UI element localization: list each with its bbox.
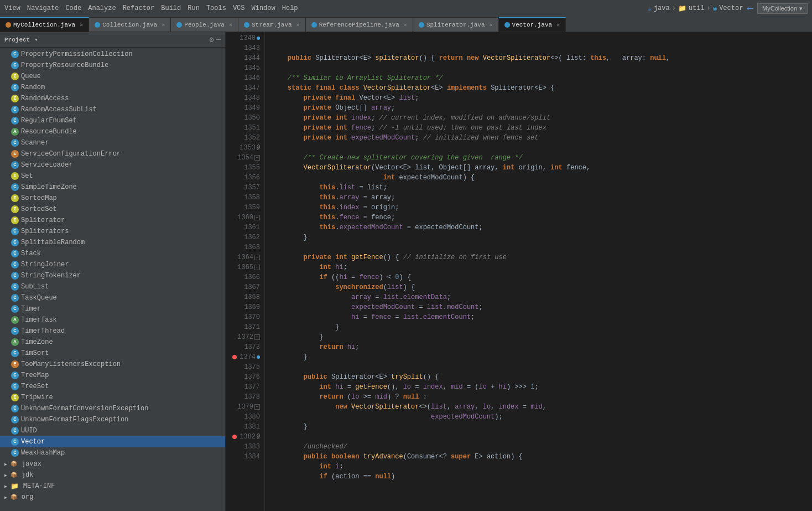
code-area[interactable]: public Spliterator<E> spliterator() { re… [265,32,812,511]
nav-code[interactable]: Code [65,4,81,12]
nav-view[interactable]: View [4,4,20,12]
sidebar-item-sortedmap[interactable]: ISortedMap [0,193,225,204]
sidebar-item-weakhashmap[interactable]: CWeakHashMap [0,447,225,458]
sidebar-settings-icon[interactable]: ⚙ [209,35,214,44]
nav-vcs[interactable]: VCS [233,4,245,12]
sidebar-item-icon: C [11,50,19,58]
tab-referencepipeline[interactable]: ReferencePipeline.java ✕ [306,17,413,32]
sidebar-item-treeset[interactable]: CTreeSet [0,381,225,392]
nav-refactor[interactable]: Refactor [123,4,155,12]
nav-analyze[interactable]: Analyze [88,4,116,12]
line-marker-empty [237,245,241,250]
project-select[interactable]: ▾ [34,36,38,43]
nav-help[interactable]: Help [282,4,298,12]
tab-collection-close[interactable]: ✕ [162,22,165,28]
tree-item-javax[interactable]: ▶📦javax [0,458,225,469]
sidebar-item-spliterator[interactable]: ISpliterator [0,215,225,226]
sidebar-item-simpletimezone[interactable]: CSimpleTimeZone [0,182,225,193]
sidebar-item-tripwire[interactable]: ITripwire [0,392,225,403]
sidebar-item-treemap[interactable]: CTreeMap [0,370,225,381]
sidebar-item-random[interactable]: CRandom [0,82,225,93]
sidebar-item-unknownformatflagsexception[interactable]: CUnknownFormatFlagsException [0,414,225,425]
fold-button[interactable]: − [254,334,260,340]
tab-mycollection[interactable]: MyCollection.java ✕ [0,17,89,32]
line-number: 1363 [242,242,260,252]
nav-window[interactable]: Window [252,4,275,12]
sidebar-item-regularenumset[interactable]: CRegularEnumSet [0,115,225,126]
line-marker-empty [237,235,241,240]
tab-vector[interactable]: Vector.java ✕ [499,17,566,32]
tab-mycollection-close[interactable]: ✕ [80,22,83,28]
sidebar-item-scanner[interactable]: CScanner [0,137,225,148]
sidebar-item-serviceloader[interactable]: CServiceLoader [0,159,225,171]
sidebar-item-taskqueue[interactable]: CTaskQueue [0,292,225,303]
fold-button[interactable]: − [254,265,260,270]
line-number: 1366 [242,272,260,282]
sidebar-item-uuid[interactable]: CUUID [0,425,225,436]
line-number: 1354 [236,153,253,163]
line-marker-empty [237,96,241,100]
top-bar-arrow-icon[interactable]: ⟵ [747,3,753,14]
sidebar-item-name: TooManyListenersException [21,360,121,368]
fold-button[interactable]: − [254,215,260,220]
nav-navigate[interactable]: Navigate [27,4,59,12]
nav-run[interactable]: Run [188,4,200,12]
tab-referencepipeline-close[interactable]: ✕ [404,22,407,28]
code-line: array = list.elementData; [272,292,812,302]
mycollection-button[interactable]: MyCollection ▾ [757,3,808,14]
sidebar-item-resourcebundle[interactable]: AResourceBundle [0,126,225,137]
tab-collection[interactable]: Collection.java ✕ [89,17,171,32]
sidebar-item-vector[interactable]: CVector [0,436,225,447]
sidebar-item-randomaccess[interactable]: IRandomAccess [0,93,225,104]
sidebar-item-stack[interactable]: CStack [0,248,225,259]
sidebar-item-timezone[interactable]: ATimeZone [0,337,225,348]
sidebar-item-sublist[interactable]: CSubList [0,281,225,292]
sidebar-item-stringjoiner[interactable]: CStringJoiner [0,259,225,270]
line-num-row: 1344 [230,53,260,63]
tab-people-close[interactable]: ✕ [229,22,232,28]
sidebar-item-serviceconfigurationerror[interactable]: EServiceConfigurationError [0,148,225,159]
code-line: } [272,322,812,332]
sidebar-item-icon: C [11,438,19,446]
sidebar-item-spliterators[interactable]: CSpliterators [0,226,225,237]
tab-spliterator-close[interactable]: ✕ [490,22,493,28]
tree-item-jdk[interactable]: ▶📦jdk [0,469,225,481]
sidebar-item-name: PropertyPermissionCollection [21,50,133,58]
sidebar-item-timsort[interactable]: CTimSort [0,348,225,359]
line-number: 1364 [236,252,253,262]
tab-stream-label: Stream.java [252,22,292,28]
sidebar-item-queue[interactable]: IQueue [0,71,225,82]
sidebar-item-splittablerandom[interactable]: CSplittableRandom [0,237,225,248]
sidebar-item-icon: C [11,139,19,147]
sidebar-item-propertyresourcebundle[interactable]: CPropertyResourceBundle [0,60,225,71]
sidebar-item-timerthread[interactable]: CTimerThread [0,326,225,337]
tab-people[interactable]: People.java ✕ [171,17,238,32]
sidebar-close-icon[interactable]: — [216,35,221,44]
nav-tools[interactable]: Tools [206,4,226,12]
sidebar-item-name: StringJoiner [21,261,69,269]
sidebar-item-stringtokenizer[interactable]: CStringTokenizer [0,270,225,281]
line-marker-empty [237,415,241,419]
line-num-row: 1353@ [230,143,260,153]
sidebar-item-timertask[interactable]: ATimerTask [0,314,225,326]
sidebar-item-sortedset[interactable]: ISortedSet [0,204,225,215]
sidebar-item-set[interactable]: ISet [0,171,225,182]
tree-item-org[interactable]: ▶📦org [0,492,225,503]
sidebar-item-unknownformatconversionexception[interactable]: CUnknownFormatConversionException [0,403,225,414]
tab-vector-close[interactable]: ✕ [556,22,560,28]
fold-button[interactable]: − [254,155,260,161]
sidebar-item-toomanylistenersexception[interactable]: ETooManyListenersException [0,359,225,370]
tree-item-meta-inf[interactable]: ▶📁META-INF [0,481,225,492]
line-marker-empty [232,146,237,150]
sidebar-item-randomaccesssublist[interactable]: CRandomAccessSubList [0,104,225,115]
line-number: 1365 [236,262,253,272]
sidebar-item-propertypermissioncollection[interactable]: CPropertyPermissionCollection [0,49,225,60]
fold-button[interactable]: − [254,255,260,260]
tab-spliterator[interactable]: Spliterator.java ✕ [413,17,499,32]
sidebar-item-timer[interactable]: CTimer [0,303,225,314]
tab-stream[interactable]: Stream.java ✕ [238,17,306,32]
nav-build[interactable]: Build [161,4,181,12]
fold-button[interactable]: − [254,404,260,410]
tab-stream-close[interactable]: ✕ [296,22,300,28]
code-line: public boolean tryAdvance(Consumer<? sup… [272,452,812,462]
